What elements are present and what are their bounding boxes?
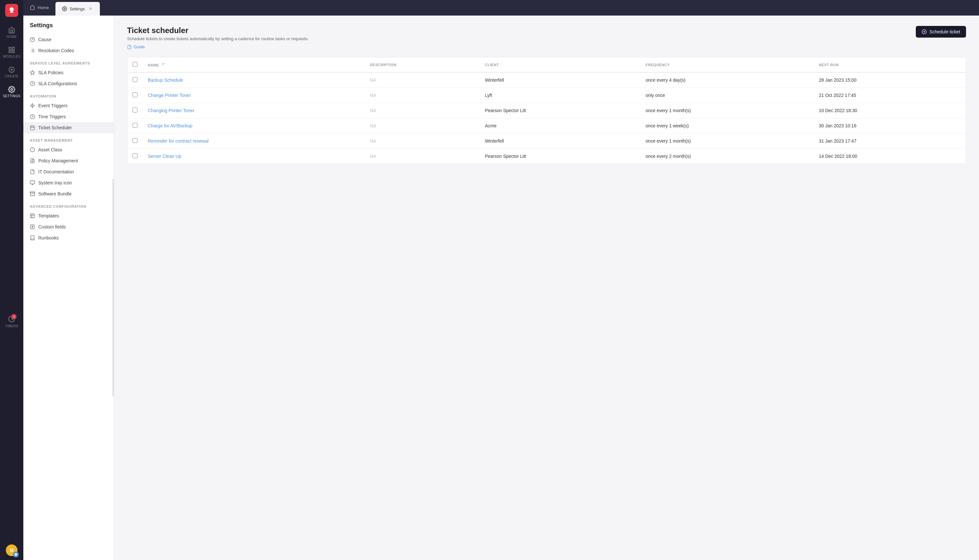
scheduler-table: NAME DESCRIPTION CLIENT FREQUENCY NEXT R… [127,57,966,164]
svg-rect-30 [30,181,34,184]
sidebar-item-system-tray[interactable]: System tray icon [23,177,114,188]
sidebar-item-custom-fields[interactable]: Custom fields [23,221,114,232]
ticket-client: Winterfell [480,133,640,149]
section-label-advanced: ADVANCED CONFIGURATION [23,199,114,210]
ticket-name-link[interactable]: Reminder for contract renewal [148,138,209,143]
app-logo [5,4,18,17]
timers-badge: 3 [11,314,17,319]
col-header-client: CLIENT [480,57,640,72]
section-label-sla: SERVICE LEVEL AGREEMENTS [23,56,114,67]
row-checkbox[interactable] [133,123,137,128]
ticket-frequency: once every 1 month(s) [640,103,814,118]
schedule-plus-icon [922,29,927,34]
svg-rect-1 [12,47,14,49]
ticket-next-run: 31 Jan 2023 17:47 [814,133,966,149]
sidebar-item-event-triggers[interactable]: Event Triggers [23,100,114,111]
ticket-next-run: 28 Jan 2023 15:00 [814,72,966,88]
page-title: Ticket scheduler [127,26,309,35]
ticket-next-run: 21 Oct 2022 17:45 [814,88,966,103]
ticket-name-link[interactable]: Change Printer Toner [148,93,191,98]
ticket-description: NA [365,103,480,118]
nav-modules[interactable]: MODULES [2,43,22,62]
ticket-client: Lyft [480,88,640,103]
tab-home[interactable]: Home [23,0,55,15]
ticket-next-run: 30 Jan 2023 10:16 [814,118,966,133]
close-settings-tab[interactable]: ✕ [88,6,93,12]
ticket-description: NA [365,133,480,149]
row-checkbox[interactable] [133,108,137,112]
nav-home[interactable]: HOME [2,23,22,42]
svg-point-7 [11,88,13,90]
row-checkbox[interactable] [133,153,137,158]
svg-rect-33 [30,192,35,193]
ticket-frequency: once every 4 day(s) [640,72,814,88]
svg-rect-35 [30,214,34,218]
ticket-client: Acme [480,118,640,133]
sort-icon[interactable] [162,63,165,67]
user-avatar[interactable]: M [6,545,18,556]
guide-icon [127,45,132,49]
ticket-name-link[interactable]: Changing Printer Toner [148,108,195,113]
row-checkbox[interactable] [133,77,137,82]
tab-settings[interactable]: Settings ✕ [55,2,100,15]
schedule-ticket-button[interactable]: Schedule ticket [916,26,966,38]
table-row: Charge for AV/Backup NA Acme once every … [127,118,966,133]
sidebar-item-asset-class[interactable]: Asset Class [23,144,114,155]
table-row: Backup Schedule NA Winterfell once every… [127,72,966,88]
sidebar-item-resolution-codes[interactable]: Resolution Codes [23,45,114,56]
sidebar-item-ticket-scheduler[interactable]: Ticket Scheduler [23,122,114,133]
page-header: Ticket scheduler Schedule tickets to cre… [127,26,966,49]
nav-settings[interactable]: SETTINGS [2,83,22,101]
ticket-description: NA [365,118,480,133]
svg-rect-21 [30,126,34,130]
sidebar-item-templates[interactable]: Templates [23,210,114,221]
table-row: Changing Printer Toner NA Pearson Specto… [127,103,966,118]
ticket-description: NA [365,88,480,103]
sidebar-item-software-bundle[interactable]: Software Bundle [23,188,114,199]
ticket-description: NA [365,72,480,88]
section-label-automation: AUTOMATION [23,89,114,100]
svg-rect-0 [9,47,11,49]
ticket-frequency: once every 1 month(s) [640,133,814,149]
ticket-client: Winterfell [480,72,640,88]
ticket-client: Pearson Spector Litt [480,103,640,118]
sidebar-item-sla-configurations[interactable]: SLA Configurations [23,78,114,89]
app-container: Home Settings ✕ Settings Cause Resolutio… [23,0,979,560]
tab-bar: Home Settings ✕ [23,0,979,15]
ticket-name-link[interactable]: Charge for AV/Backup [148,123,192,128]
sidebar: Settings Cause Resolution Codes SERVICE … [23,15,114,560]
sidebar-scrollbar[interactable] [112,179,114,397]
ticket-frequency: once every 2 month(s) [640,149,814,164]
sidebar-item-sla-policies[interactable]: SLA Policies [23,67,114,78]
ticket-name-link[interactable]: Server Clean Up [148,153,182,159]
ticket-frequency: once every 1 week(s) [640,118,814,133]
row-checkbox[interactable] [133,92,137,97]
sidebar-item-it-documentation[interactable]: IT Documentation [23,166,114,177]
table-row: Reminder for contract renewal NA Winterf… [127,133,966,149]
sidebar-item-cause[interactable]: Cause [23,34,114,45]
table-row: Server Clean Up NA Pearson Spector Litt … [127,149,966,164]
nav-create[interactable]: CREATE [2,63,22,81]
col-header-name: NAME [143,57,365,72]
table-row: Change Printer Toner NA Lyft only once 2… [127,88,966,103]
sidebar-item-runbooks[interactable]: Runbooks [23,232,114,243]
svg-rect-2 [9,50,11,52]
guide-link[interactable]: Guide [127,44,309,49]
ticket-next-run: 14 Dec 2022 18:00 [814,149,966,164]
page-header-left: Ticket scheduler Schedule tickets to cre… [127,26,309,49]
sidebar-item-policy-management[interactable]: Policy Management [23,155,114,166]
avatar-sub-icon [13,552,19,557]
svg-marker-19 [30,103,34,108]
sidebar-title: Settings [23,22,114,34]
sidebar-item-time-triggers[interactable]: Time Triggers [23,111,114,122]
page-subtitle: Schedule tickets to create tickets autom… [127,36,309,41]
ticket-name-link[interactable]: Backup Schedule [148,77,183,83]
svg-point-9 [64,8,65,9]
col-header-description: DESCRIPTION [365,57,480,72]
svg-rect-3 [12,50,14,52]
icon-bar: HOME MODULES CREATE SETTINGS [0,0,23,560]
row-checkbox[interactable] [133,138,137,143]
select-all-checkbox[interactable] [133,62,137,67]
section-label-asset: ASSET MANAGEMENT [23,133,114,144]
timers-nav[interactable]: 3 TIMERS [2,312,22,331]
